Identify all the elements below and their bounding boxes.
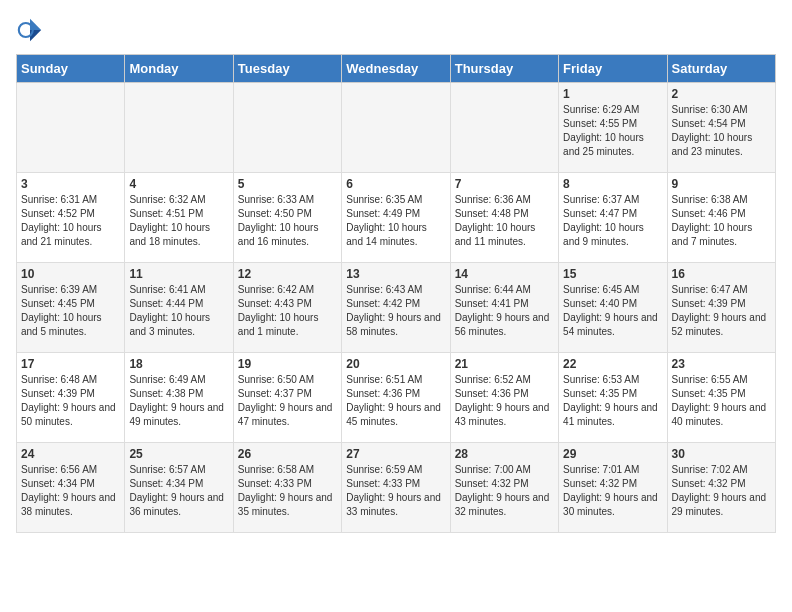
calendar-cell: 26Sunrise: 6:58 AM Sunset: 4:33 PM Dayli… [233,443,341,533]
day-number: 6 [346,177,445,191]
calendar-header-row: SundayMondayTuesdayWednesdayThursdayFrid… [17,55,776,83]
day-number: 20 [346,357,445,371]
day-info: Sunrise: 6:42 AM Sunset: 4:43 PM Dayligh… [238,283,337,339]
day-info: Sunrise: 6:36 AM Sunset: 4:48 PM Dayligh… [455,193,554,249]
day-info: Sunrise: 6:58 AM Sunset: 4:33 PM Dayligh… [238,463,337,519]
day-info: Sunrise: 6:55 AM Sunset: 4:35 PM Dayligh… [672,373,771,429]
day-info: Sunrise: 6:32 AM Sunset: 4:51 PM Dayligh… [129,193,228,249]
day-info: Sunrise: 6:38 AM Sunset: 4:46 PM Dayligh… [672,193,771,249]
calendar-cell [450,83,558,173]
calendar-cell: 30Sunrise: 7:02 AM Sunset: 4:32 PM Dayli… [667,443,775,533]
calendar-cell: 10Sunrise: 6:39 AM Sunset: 4:45 PM Dayli… [17,263,125,353]
day-number: 23 [672,357,771,371]
day-number: 25 [129,447,228,461]
calendar-cell [233,83,341,173]
day-info: Sunrise: 6:53 AM Sunset: 4:35 PM Dayligh… [563,373,662,429]
day-info: Sunrise: 6:39 AM Sunset: 4:45 PM Dayligh… [21,283,120,339]
calendar-cell: 24Sunrise: 6:56 AM Sunset: 4:34 PM Dayli… [17,443,125,533]
day-info: Sunrise: 6:43 AM Sunset: 4:42 PM Dayligh… [346,283,445,339]
day-number: 1 [563,87,662,101]
calendar-cell [342,83,450,173]
calendar-week-row: 10Sunrise: 6:39 AM Sunset: 4:45 PM Dayli… [17,263,776,353]
day-number: 26 [238,447,337,461]
calendar-cell: 5Sunrise: 6:33 AM Sunset: 4:50 PM Daylig… [233,173,341,263]
day-info: Sunrise: 6:29 AM Sunset: 4:55 PM Dayligh… [563,103,662,159]
calendar-cell: 13Sunrise: 6:43 AM Sunset: 4:42 PM Dayli… [342,263,450,353]
day-number: 15 [563,267,662,281]
day-number: 22 [563,357,662,371]
calendar-cell: 19Sunrise: 6:50 AM Sunset: 4:37 PM Dayli… [233,353,341,443]
calendar-week-row: 17Sunrise: 6:48 AM Sunset: 4:39 PM Dayli… [17,353,776,443]
day-number: 27 [346,447,445,461]
calendar-cell: 7Sunrise: 6:36 AM Sunset: 4:48 PM Daylig… [450,173,558,263]
day-header-tuesday: Tuesday [233,55,341,83]
day-number: 4 [129,177,228,191]
calendar-cell: 1Sunrise: 6:29 AM Sunset: 4:55 PM Daylig… [559,83,667,173]
day-info: Sunrise: 6:59 AM Sunset: 4:33 PM Dayligh… [346,463,445,519]
day-info: Sunrise: 7:01 AM Sunset: 4:32 PM Dayligh… [563,463,662,519]
calendar-week-row: 24Sunrise: 6:56 AM Sunset: 4:34 PM Dayli… [17,443,776,533]
day-number: 18 [129,357,228,371]
day-number: 29 [563,447,662,461]
day-number: 24 [21,447,120,461]
day-number: 30 [672,447,771,461]
day-number: 16 [672,267,771,281]
calendar-cell: 3Sunrise: 6:31 AM Sunset: 4:52 PM Daylig… [17,173,125,263]
calendar-cell: 4Sunrise: 6:32 AM Sunset: 4:51 PM Daylig… [125,173,233,263]
calendar-week-row: 3Sunrise: 6:31 AM Sunset: 4:52 PM Daylig… [17,173,776,263]
calendar-cell: 23Sunrise: 6:55 AM Sunset: 4:35 PM Dayli… [667,353,775,443]
day-number: 11 [129,267,228,281]
calendar-cell: 27Sunrise: 6:59 AM Sunset: 4:33 PM Dayli… [342,443,450,533]
day-info: Sunrise: 6:44 AM Sunset: 4:41 PM Dayligh… [455,283,554,339]
day-info: Sunrise: 6:41 AM Sunset: 4:44 PM Dayligh… [129,283,228,339]
day-info: Sunrise: 6:47 AM Sunset: 4:39 PM Dayligh… [672,283,771,339]
calendar-cell: 2Sunrise: 6:30 AM Sunset: 4:54 PM Daylig… [667,83,775,173]
calendar-cell: 9Sunrise: 6:38 AM Sunset: 4:46 PM Daylig… [667,173,775,263]
day-info: Sunrise: 6:52 AM Sunset: 4:36 PM Dayligh… [455,373,554,429]
day-number: 8 [563,177,662,191]
day-info: Sunrise: 6:37 AM Sunset: 4:47 PM Dayligh… [563,193,662,249]
day-header-saturday: Saturday [667,55,775,83]
logo-icon [16,16,44,44]
calendar-cell: 25Sunrise: 6:57 AM Sunset: 4:34 PM Dayli… [125,443,233,533]
calendar-cell: 21Sunrise: 6:52 AM Sunset: 4:36 PM Dayli… [450,353,558,443]
day-info: Sunrise: 6:48 AM Sunset: 4:39 PM Dayligh… [21,373,120,429]
day-number: 5 [238,177,337,191]
day-info: Sunrise: 7:02 AM Sunset: 4:32 PM Dayligh… [672,463,771,519]
day-header-friday: Friday [559,55,667,83]
calendar-cell: 16Sunrise: 6:47 AM Sunset: 4:39 PM Dayli… [667,263,775,353]
calendar-cell: 15Sunrise: 6:45 AM Sunset: 4:40 PM Dayli… [559,263,667,353]
day-header-sunday: Sunday [17,55,125,83]
calendar-week-row: 1Sunrise: 6:29 AM Sunset: 4:55 PM Daylig… [17,83,776,173]
calendar-cell: 28Sunrise: 7:00 AM Sunset: 4:32 PM Dayli… [450,443,558,533]
day-number: 10 [21,267,120,281]
day-info: Sunrise: 6:56 AM Sunset: 4:34 PM Dayligh… [21,463,120,519]
day-number: 9 [672,177,771,191]
calendar-cell: 11Sunrise: 6:41 AM Sunset: 4:44 PM Dayli… [125,263,233,353]
day-number: 17 [21,357,120,371]
day-number: 2 [672,87,771,101]
day-number: 12 [238,267,337,281]
day-header-thursday: Thursday [450,55,558,83]
day-info: Sunrise: 6:45 AM Sunset: 4:40 PM Dayligh… [563,283,662,339]
calendar-cell: 17Sunrise: 6:48 AM Sunset: 4:39 PM Dayli… [17,353,125,443]
day-number: 21 [455,357,554,371]
calendar-cell: 20Sunrise: 6:51 AM Sunset: 4:36 PM Dayli… [342,353,450,443]
day-number: 19 [238,357,337,371]
day-info: Sunrise: 6:49 AM Sunset: 4:38 PM Dayligh… [129,373,228,429]
calendar-table: SundayMondayTuesdayWednesdayThursdayFrid… [16,54,776,533]
calendar-cell: 12Sunrise: 6:42 AM Sunset: 4:43 PM Dayli… [233,263,341,353]
calendar-cell: 29Sunrise: 7:01 AM Sunset: 4:32 PM Dayli… [559,443,667,533]
day-number: 3 [21,177,120,191]
day-number: 7 [455,177,554,191]
day-number: 28 [455,447,554,461]
calendar-cell: 18Sunrise: 6:49 AM Sunset: 4:38 PM Dayli… [125,353,233,443]
calendar-cell: 6Sunrise: 6:35 AM Sunset: 4:49 PM Daylig… [342,173,450,263]
day-info: Sunrise: 6:33 AM Sunset: 4:50 PM Dayligh… [238,193,337,249]
logo [16,16,48,44]
day-info: Sunrise: 6:31 AM Sunset: 4:52 PM Dayligh… [21,193,120,249]
calendar-cell: 22Sunrise: 6:53 AM Sunset: 4:35 PM Dayli… [559,353,667,443]
day-info: Sunrise: 6:51 AM Sunset: 4:36 PM Dayligh… [346,373,445,429]
day-number: 14 [455,267,554,281]
day-info: Sunrise: 6:57 AM Sunset: 4:34 PM Dayligh… [129,463,228,519]
